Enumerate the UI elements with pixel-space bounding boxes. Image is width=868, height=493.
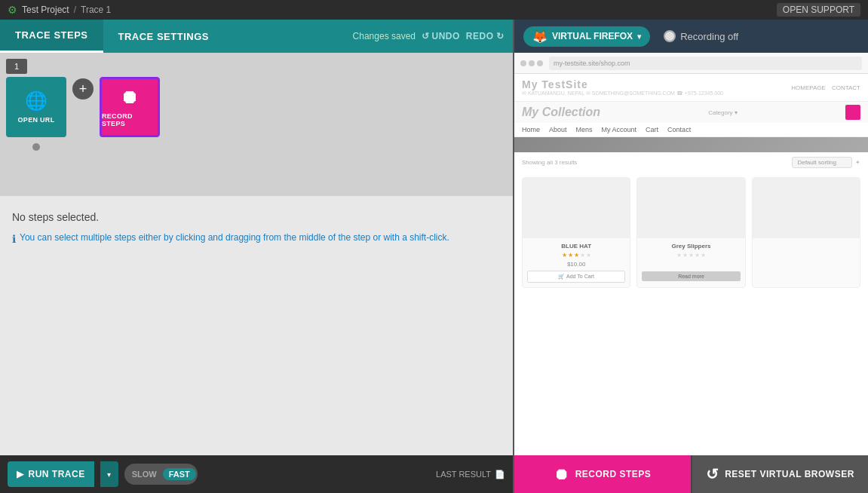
fast-speed-button[interactable]: FAST bbox=[163, 468, 196, 480]
record-steps-icon: ⏺ bbox=[554, 466, 569, 483]
top-bar: ⚙ Test Project / Trace 1 OPEN SUPPORT bbox=[0, 0, 868, 20]
browser-viewport: my-testsite.site/shop.com My TestSite ✉ … bbox=[514, 53, 868, 455]
star-5: ★ bbox=[586, 252, 591, 259]
site-url-text: my-testsite.site/shop.com bbox=[554, 60, 630, 67]
reset-browser-icon: ↺ bbox=[706, 465, 719, 483]
last-result-area: LAST RESULT 📄 bbox=[436, 470, 505, 479]
breadcrumb-separator: / bbox=[74, 5, 76, 15]
product-card-1: BLUE HAT ★ ★ ★ ★ ★ $10.00 🛒 bbox=[522, 177, 630, 288]
run-trace-dropdown-button[interactable]: ▾ bbox=[100, 461, 118, 487]
site-menu-account: My Account bbox=[602, 126, 637, 133]
showing-results-text: Showing all 3 results bbox=[522, 159, 577, 166]
read-more-button-2[interactable]: Read more bbox=[642, 271, 740, 281]
trace-link[interactable]: Trace 1 bbox=[81, 5, 111, 15]
info-area: No steps selected. ℹ You can select mult… bbox=[0, 196, 513, 455]
step-group-1: 1 🌐 OPEN URL bbox=[6, 59, 66, 151]
star-2: ★ bbox=[568, 252, 573, 259]
record-icon: ⏺ bbox=[121, 87, 139, 108]
star2-1: ★ bbox=[676, 252, 682, 259]
product-info-1: BLUE HAT ★ ★ ★ ★ ★ $10.00 🛒 bbox=[523, 238, 630, 287]
site-menu-about: About bbox=[549, 126, 567, 133]
website-preview: my-testsite.site/shop.com My TestSite ✉ … bbox=[514, 53, 868, 455]
site-menu-home: Home bbox=[522, 126, 540, 133]
site-address: ✉ KATUAMANGU, NEPAL ✉ SOMETHING@SOMETHIN… bbox=[522, 90, 723, 96]
help-text-block: ℹ You can select multiple steps either b… bbox=[12, 232, 501, 245]
site-filter-bar: Showing all 3 results Default sorting ✦ bbox=[514, 152, 868, 173]
no-steps-text: No steps selected. bbox=[12, 211, 501, 223]
project-link[interactable]: Test Project bbox=[22, 5, 69, 15]
document-icon: 📄 bbox=[495, 470, 505, 479]
star-1: ★ bbox=[562, 252, 567, 259]
recording-off-label: Recording off bbox=[680, 31, 738, 42]
redo-button[interactable]: REDO ↻ bbox=[466, 31, 504, 41]
record-steps-step[interactable]: ⏺ RECORD STEPS bbox=[100, 77, 160, 137]
star-4: ★ bbox=[580, 252, 585, 259]
site-menu-contact: Contact bbox=[667, 126, 691, 133]
right-panel: 🦊 VIRTUAL FIREFOX ▾ Recording off bbox=[513, 20, 868, 493]
sort-icon: ✦ bbox=[855, 159, 860, 166]
browser-bar: 🦊 VIRTUAL FIREFOX ▾ Recording off bbox=[514, 20, 868, 53]
step-group-record: ⏺ RECORD STEPS bbox=[100, 59, 160, 137]
add-to-cart-button-1[interactable]: 🛒 Add To Cart bbox=[527, 271, 625, 283]
product-image-3 bbox=[753, 178, 860, 238]
open-url-step[interactable]: 🌐 OPEN URL bbox=[6, 77, 66, 137]
contact-link: CONTACT bbox=[832, 84, 860, 91]
settings-icon: ⚙ bbox=[8, 4, 17, 16]
site-url-bar: my-testsite.site/shop.com bbox=[549, 57, 862, 70]
product-name-2: Grey Slippers bbox=[642, 243, 740, 250]
sort-select[interactable]: Default sorting bbox=[792, 157, 852, 168]
redo-arrow-icon: ↻ bbox=[496, 31, 505, 41]
site-category-select: Category ▾ bbox=[708, 109, 738, 116]
steps-area: 1 🌐 OPEN URL + ⏺ RECORD STEPS bbox=[0, 53, 513, 196]
reset-browser-action-button[interactable]: ↺ RESET VIRTUAL BROWSER bbox=[692, 455, 869, 493]
site-category-text: My Collection bbox=[522, 106, 600, 119]
changes-saved-label: Changes saved bbox=[353, 31, 416, 41]
product-image-2 bbox=[637, 178, 744, 238]
star2-4: ★ bbox=[695, 252, 700, 259]
star2-2: ★ bbox=[682, 252, 688, 259]
add-step-button[interactable]: + bbox=[72, 78, 94, 100]
site-products-grid: BLUE HAT ★ ★ ★ ★ ★ $10.00 🛒 bbox=[514, 173, 868, 292]
record-steps-action-button[interactable]: ⏺ RECORD STEPS bbox=[514, 455, 691, 493]
undo-button[interactable]: ↺ UNDO bbox=[422, 31, 460, 41]
tab-trace-steps[interactable]: TRACE STEPS bbox=[0, 20, 103, 53]
star2-3: ★ bbox=[689, 252, 694, 259]
product-info-3 bbox=[753, 238, 860, 247]
product-info-2: Grey Slippers ★ ★ ★ ★ ★ Read more bbox=[637, 238, 744, 286]
star-3: ★ bbox=[574, 252, 579, 259]
slow-speed-button[interactable]: SLOW bbox=[126, 468, 163, 480]
product-card-2: Grey Slippers ★ ★ ★ ★ ★ Read more bbox=[636, 177, 745, 288]
last-result-label: LAST RESULT bbox=[436, 470, 491, 479]
help-text-content: You can select multiple steps either by … bbox=[20, 232, 449, 243]
tab-trace-settings[interactable]: TRACE SETTINGS bbox=[103, 20, 224, 53]
recording-status: Recording off bbox=[664, 30, 738, 42]
info-icon: ℹ bbox=[12, 233, 16, 245]
firefox-icon: 🦊 bbox=[532, 29, 547, 44]
forward-icon bbox=[529, 60, 535, 66]
run-trace-button[interactable]: ▶ RUN TRACE bbox=[8, 461, 94, 487]
star2-5: ★ bbox=[701, 252, 706, 259]
site-menu-cart: Cart bbox=[646, 126, 658, 133]
tabs-bar: TRACE STEPS TRACE SETTINGS Changes saved… bbox=[0, 20, 513, 53]
product-price-spacer bbox=[642, 261, 740, 271]
virtual-firefox-label: VIRTUAL FIREFOX bbox=[552, 31, 633, 41]
back-icon bbox=[520, 60, 526, 66]
product-stars-1: ★ ★ ★ ★ ★ bbox=[527, 252, 625, 259]
open-support-button[interactable]: OPEN SUPPORT bbox=[777, 3, 860, 17]
site-header: My TestSite ✉ KATUAMANGU, NEPAL ✉ SOMETH… bbox=[514, 74, 868, 102]
product-image-1 bbox=[523, 178, 630, 238]
step-number: 1 bbox=[6, 59, 27, 74]
main-container: TRACE STEPS TRACE SETTINGS Changes saved… bbox=[0, 20, 868, 493]
refresh-icon bbox=[537, 60, 543, 66]
product-card-3 bbox=[752, 177, 860, 288]
site-browser-chrome: my-testsite.site/shop.com bbox=[514, 53, 868, 74]
site-menu-mens: Mens bbox=[576, 126, 593, 133]
product-price-1: $10.00 bbox=[527, 261, 625, 268]
sort-area: Default sorting ✦ bbox=[792, 157, 860, 168]
site-banner-icon bbox=[845, 105, 860, 120]
site-banner bbox=[514, 137, 868, 152]
product-name-1: BLUE HAT bbox=[527, 243, 625, 250]
action-bar: ⏺ RECORD STEPS ↺ RESET VIRTUAL BROWSER bbox=[514, 455, 868, 493]
site-menu-bar: Home About Mens My Account Cart Contact bbox=[514, 123, 868, 137]
virtual-firefox-button[interactable]: 🦊 VIRTUAL FIREFOX ▾ bbox=[523, 26, 650, 47]
